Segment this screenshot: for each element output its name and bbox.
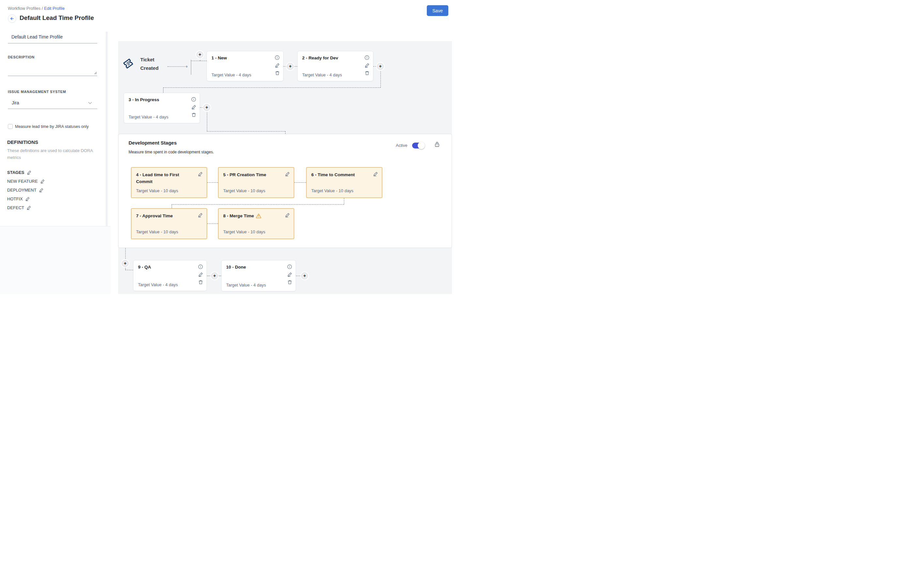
trash-icon[interactable] <box>275 71 280 75</box>
jira-statuses-checkbox-label: Measure lead time by JIRA statuses only <box>15 124 89 129</box>
edit-pencil-icon[interactable] <box>192 105 196 109</box>
stage-title: 3 - In Progress <box>129 97 159 102</box>
edit-pencil-icon[interactable] <box>365 63 369 68</box>
add-stage-button[interactable]: + <box>122 260 129 267</box>
stage-target-value: Target Value - 4 days <box>212 73 251 78</box>
stage-card-2-ready-for-dev[interactable]: 2 - Ready for Dev Target Value - 4 days <box>297 51 373 81</box>
stage-target-value: Target Value - 4 days <box>302 73 342 78</box>
description-label: DESCRIPTION <box>8 55 35 59</box>
workflow-canvas: Ticket Created › + + + + + + <box>118 41 452 294</box>
connector <box>171 204 344 205</box>
trash-icon[interactable] <box>192 112 196 117</box>
edit-pencil-icon[interactable] <box>199 272 203 277</box>
issue-management-system-select[interactable]: Jira <box>8 99 97 109</box>
stage-title: 9 - QA <box>138 265 151 270</box>
sidebar-item-stages[interactable]: STAGES <box>7 170 31 175</box>
stage-target-value: Target Value - 10 days <box>223 229 265 234</box>
sidebar-item-hotfix[interactable]: HOTFIX <box>7 196 30 201</box>
edit-pencil-icon[interactable] <box>198 213 203 217</box>
add-stage-button[interactable]: + <box>203 104 210 111</box>
panel-subtitle: Measure time spent in code development s… <box>129 150 214 154</box>
connector <box>294 183 306 183</box>
page-title: Default Lead Time Profile <box>19 15 94 21</box>
edit-pencil-icon[interactable] <box>27 205 31 210</box>
issue-management-system-value: Jira <box>12 100 19 105</box>
branch-line <box>191 60 191 75</box>
trash-icon[interactable] <box>199 279 203 284</box>
start-node-label: Ticket Created <box>140 55 158 73</box>
edit-pencil-icon[interactable] <box>39 188 44 192</box>
defect-label: DEFECT <box>7 205 24 210</box>
active-label: Active <box>396 143 407 148</box>
info-icon[interactable] <box>275 55 280 60</box>
jira-statuses-checkbox[interactable] <box>8 124 13 129</box>
warning-icon[interactable] <box>256 214 261 219</box>
stage-title: 10 - Done <box>226 265 246 270</box>
connector <box>380 70 381 87</box>
breadcrumb-edit-profile[interactable]: Edit Profile <box>44 6 65 11</box>
sidebar-item-defect[interactable]: DEFECT <box>7 205 31 210</box>
connector <box>191 61 207 61</box>
panel-title: Development Stages <box>129 140 177 145</box>
breadcrumb-separator: / <box>40 6 44 11</box>
edit-pencil-icon[interactable] <box>40 179 45 183</box>
stage-target-value: Target Value - 4 days <box>129 115 168 120</box>
development-stages-panel: Development Stages Measure time spent in… <box>118 134 452 248</box>
connector <box>125 270 133 270</box>
edit-pencil-icon[interactable] <box>27 170 31 174</box>
trash-icon[interactable] <box>288 279 292 284</box>
stage-title: 6 - Time to Comment <box>311 171 369 178</box>
edit-pencil-icon[interactable] <box>275 63 280 68</box>
breadcrumb: Workflow Profiles / Edit Profile <box>8 6 65 11</box>
resize-grip-icon[interactable] <box>93 71 97 74</box>
lock-icon[interactable] <box>434 141 440 147</box>
deployment-label: DEPLOYMENT <box>7 187 37 192</box>
save-button[interactable]: Save <box>427 5 448 16</box>
stage-card-9-qa[interactable]: 9 - QA Target Value - 4 days <box>133 260 207 291</box>
dev-stage-card-7-approval-time[interactable]: 7 - Approval Time Target Value - 10 days <box>131 208 207 239</box>
add-stage-button[interactable]: + <box>377 63 384 70</box>
info-icon[interactable] <box>191 97 196 102</box>
breadcrumb-workflow-profiles[interactable]: Workflow Profiles <box>8 6 40 11</box>
edit-pencil-icon[interactable] <box>26 197 30 201</box>
dev-stage-card-4-lead-time-to-first-commit[interactable]: 4 - Lead time to First Commit Target Val… <box>131 167 207 198</box>
trash-icon[interactable] <box>365 71 369 75</box>
stage-card-10-done[interactable]: 10 - Done Target Value - 4 days <box>221 260 296 291</box>
dev-stage-card-5-pr-creation-time[interactable]: 5 - PR Creation Time Target Value - 10 d… <box>218 167 294 198</box>
add-stage-button[interactable]: + <box>196 51 203 58</box>
stage-target-value: Target Value - 4 days <box>138 282 178 287</box>
sidebar-item-deployment[interactable]: DEPLOYMENT <box>7 187 44 192</box>
dev-stage-card-8-merge-time[interactable]: 8 - Merge Time Target Value - 10 days <box>218 208 294 239</box>
stage-card-3-in-progress[interactable]: 3 - In Progress Target Value - 4 days <box>124 93 200 123</box>
stage-title: 5 - PR Creation Time <box>223 171 281 178</box>
connector <box>344 198 344 204</box>
hotfix-label: HOTFIX <box>7 196 23 201</box>
info-icon[interactable] <box>365 55 369 60</box>
stage-title: 1 - New <box>212 55 227 60</box>
info-icon[interactable] <box>287 264 292 269</box>
sidebar-lower-background <box>0 226 111 294</box>
stage-target-value: Target Value - 10 days <box>136 229 178 234</box>
add-stage-button[interactable]: + <box>301 273 308 279</box>
stage-card-1-new[interactable]: 1 - New Target Value - 4 days <box>207 51 284 81</box>
add-stage-button[interactable]: + <box>287 63 294 70</box>
info-icon[interactable] <box>198 264 203 269</box>
description-textarea[interactable] <box>8 62 97 76</box>
edit-pencil-icon[interactable] <box>288 272 292 277</box>
dev-stage-card-6-time-to-comment[interactable]: 6 - Time to Comment Target Value - 10 da… <box>306 167 383 198</box>
profile-name-input[interactable] <box>8 32 97 44</box>
connector <box>207 183 218 183</box>
stages-label: STAGES <box>7 170 24 175</box>
flow-dotted-arrow <box>167 66 187 67</box>
connector <box>218 276 221 276</box>
edit-pencil-icon[interactable] <box>198 172 203 176</box>
sidebar-item-new-feature[interactable]: NEW FEATURE <box>7 179 45 184</box>
back-button[interactable] <box>8 15 16 23</box>
stage-target-value: Target Value - 10 days <box>311 188 353 193</box>
connector <box>125 248 126 260</box>
active-toggle[interactable] <box>412 142 424 149</box>
edit-pencil-icon[interactable] <box>285 172 290 176</box>
edit-pencil-icon[interactable] <box>373 172 378 176</box>
edit-pencil-icon[interactable] <box>285 213 290 217</box>
add-stage-button[interactable]: + <box>211 273 218 279</box>
